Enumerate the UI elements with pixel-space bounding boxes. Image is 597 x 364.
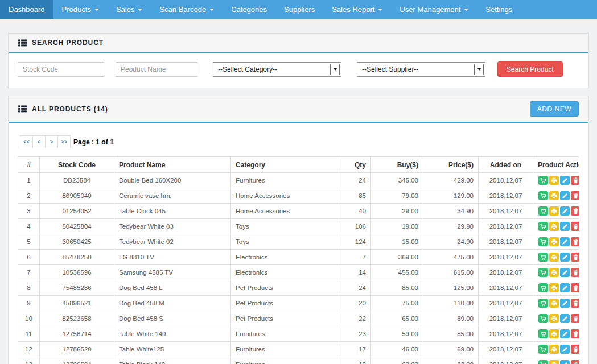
print-button[interactable]: [549, 237, 559, 246]
column-header: Added on: [479, 157, 533, 173]
added-on-cell: 2018,12,07: [479, 250, 533, 265]
nav-item-dashboard[interactable]: Dashboard: [0, 0, 53, 19]
category-select-dropdown-button[interactable]: [330, 64, 340, 75]
pagination-next-button[interactable]: >: [45, 135, 58, 148]
nav-item-suppliers[interactable]: Suppliers: [275, 0, 323, 19]
print-button[interactable]: [549, 329, 559, 338]
cart-button[interactable]: [538, 176, 548, 185]
edit-button[interactable]: [560, 206, 570, 216]
cart-button[interactable]: [538, 206, 548, 216]
edit-button[interactable]: [560, 283, 570, 292]
delete-button[interactable]: [571, 283, 579, 292]
edit-icon: [562, 362, 568, 364]
add-new-button[interactable]: ADD NEW: [530, 101, 579, 117]
stock-code-cell: 85478250: [40, 250, 114, 265]
edit-button[interactable]: [560, 253, 570, 262]
row-number: 13: [18, 357, 40, 364]
product-name-input[interactable]: [116, 62, 197, 77]
category-cell: Home Accessories: [231, 188, 339, 204]
search-panel-title: SEARCH PRODUCT: [32, 39, 104, 47]
nav-item-settings[interactable]: Settings: [477, 0, 521, 19]
edit-button[interactable]: [560, 222, 570, 231]
delete-button[interactable]: [571, 299, 579, 308]
cart-button[interactable]: [538, 314, 548, 323]
delete-button[interactable]: [571, 314, 579, 323]
cart-button[interactable]: [538, 191, 548, 200]
delete-button[interactable]: [571, 191, 579, 200]
cart-button[interactable]: [538, 299, 548, 308]
buy-price-cell: 369.00: [371, 250, 423, 265]
edit-button[interactable]: [560, 314, 570, 323]
pagination-prev-button[interactable]: <: [32, 135, 46, 148]
sell-price-cell: 475.00: [423, 250, 479, 265]
delete-button[interactable]: [571, 222, 579, 231]
product-actions-cell: [533, 342, 579, 357]
pagination-first-button[interactable]: <<: [20, 135, 33, 148]
qty-cell: 24: [339, 173, 371, 188]
nav-item-products[interactable]: Products: [53, 0, 108, 19]
supplier-select[interactable]: --Sellect Supplier--: [357, 62, 485, 77]
edit-button[interactable]: [560, 191, 570, 200]
cart-button[interactable]: [538, 237, 548, 246]
column-header: Category: [231, 157, 339, 173]
added-on-cell: 2018,12,07: [479, 173, 533, 188]
print-button[interactable]: [549, 191, 559, 200]
print-button[interactable]: [549, 345, 559, 354]
delete-button[interactable]: [571, 253, 579, 262]
category-cell: Furnitures: [231, 357, 339, 364]
stock-code-input[interactable]: [18, 62, 104, 77]
cart-button[interactable]: [538, 222, 548, 231]
edit-button[interactable]: [560, 237, 570, 246]
edit-icon: [562, 224, 568, 230]
chevron-down-icon: [477, 68, 481, 71]
cart-button[interactable]: [538, 360, 548, 364]
print-button[interactable]: [549, 299, 559, 308]
nav-item-sales[interactable]: Sales: [108, 0, 151, 19]
delete-button[interactable]: [571, 360, 579, 364]
print-button[interactable]: [549, 360, 559, 364]
cart-button[interactable]: [538, 345, 548, 354]
delete-icon: [573, 331, 579, 337]
stock-code-cell: 82523658: [40, 311, 114, 326]
nav-item-scan-barcode[interactable]: Scan Barcode: [151, 0, 223, 19]
sell-price-cell: 82.00: [423, 357, 479, 364]
chevron-down-icon: [378, 9, 382, 11]
nav-item-label: Scan Barcode: [159, 5, 206, 14]
cart-button[interactable]: [538, 283, 548, 292]
delete-button[interactable]: [571, 237, 579, 246]
print-button[interactable]: [549, 283, 559, 292]
edit-button[interactable]: [560, 176, 570, 185]
print-button[interactable]: [549, 314, 559, 323]
edit-button[interactable]: [560, 345, 570, 354]
cart-button[interactable]: [538, 329, 548, 338]
product-actions-cell: [533, 188, 579, 204]
edit-button[interactable]: [560, 329, 570, 338]
nav-item-categories[interactable]: Categories: [223, 0, 275, 19]
supplier-select-dropdown-button[interactable]: [474, 64, 484, 75]
delete-button[interactable]: [571, 329, 579, 338]
edit-button[interactable]: [560, 268, 570, 277]
print-button[interactable]: [549, 268, 559, 277]
cart-button[interactable]: [538, 253, 548, 262]
delete-button[interactable]: [571, 176, 579, 185]
stock-code-cell: 50425804: [40, 219, 114, 234]
print-button[interactable]: [549, 176, 559, 185]
search-product-button[interactable]: Search Product: [497, 61, 563, 77]
print-button[interactable]: [549, 206, 559, 216]
print-icon: [551, 300, 557, 307]
delete-button[interactable]: [571, 345, 579, 354]
edit-button[interactable]: [560, 360, 570, 364]
cart-button[interactable]: [538, 268, 548, 277]
products-table-body: 1DB23584Double Bed 160X200Furnitures2434…: [18, 173, 579, 364]
print-button[interactable]: [549, 253, 559, 262]
pagination-last-button[interactable]: >>: [57, 135, 71, 148]
delete-button[interactable]: [571, 268, 579, 277]
nav-item-user-management[interactable]: User Management: [391, 0, 477, 19]
sell-price-cell: 615.00: [423, 265, 479, 280]
print-button[interactable]: [549, 222, 559, 231]
stock-code-cell: DB23584: [40, 173, 114, 188]
category-select[interactable]: --Sellect Category--: [213, 62, 341, 77]
delete-button[interactable]: [571, 206, 579, 216]
edit-button[interactable]: [560, 299, 570, 308]
nav-item-sales-report[interactable]: Sales Report: [323, 0, 391, 19]
